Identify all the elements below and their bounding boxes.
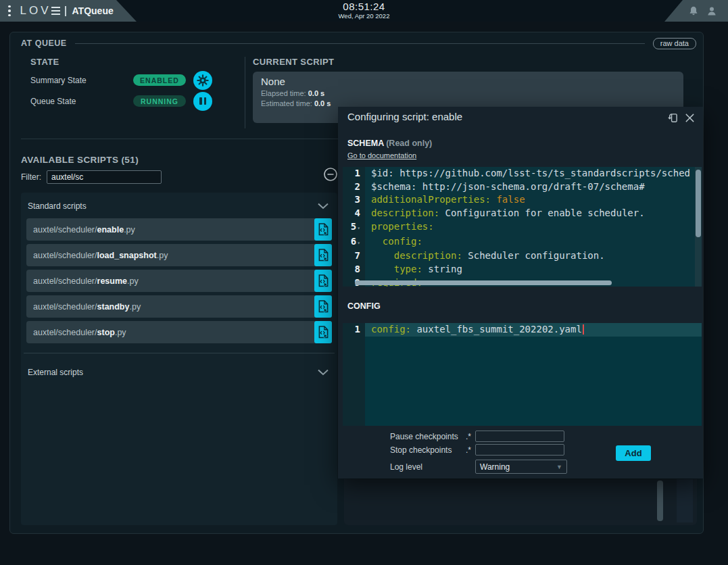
collapse-scripts-button[interactable] [323, 167, 338, 182]
header-divider [75, 43, 645, 44]
script-path: auxtel/scheduler/stop.py [33, 328, 126, 337]
detach-window-icon[interactable] [666, 112, 679, 124]
pause-checkpoints-input[interactable] [475, 431, 564, 442]
launch-script-icon [318, 249, 329, 262]
summary-state-badge: ENABLED [133, 74, 186, 86]
launch-script-icon [318, 300, 329, 313]
gear-icon [197, 74, 209, 87]
elapsed-time-value: 0.0 s [308, 89, 324, 97]
standard-scripts-list: auxtel/scheduler/enable.py auxtel/schedu… [26, 218, 332, 343]
schema-section-title: SCHEMA [347, 139, 384, 148]
script-list-item[interactable]: auxtel/scheduler/resume.py [26, 270, 332, 292]
launch-script-button[interactable] [314, 295, 332, 318]
documentation-link[interactable]: Go to documentation [347, 151, 416, 159]
script-list-item[interactable]: auxtel/scheduler/enable.py [26, 218, 332, 241]
queue-state-row: Queue State RUNNING [30, 91, 212, 111]
script-path: auxtel/scheduler/standby.py [33, 302, 141, 312]
code-line: 5▾properties: [343, 220, 702, 235]
code-line: 8 type: string [343, 263, 702, 276]
panel-header: AT QUEUE raw data [21, 36, 696, 50]
code-line: 7 description: Scheduler configuration. [343, 249, 702, 263]
elapsed-time-label: Elapsed time: [261, 89, 306, 97]
line-number-gutter [343, 323, 365, 426]
clock-date: Wed, Apr 20 2022 [0, 13, 728, 20]
external-scripts-group[interactable]: External scripts [21, 353, 337, 377]
config-editor[interactable]: 1config: auxtel_fbs_summit_202202.yaml [343, 323, 702, 426]
close-icon[interactable] [685, 113, 695, 123]
code-line: 6▾ config: [343, 235, 702, 250]
config-section-title: CONFIG [347, 301, 381, 311]
filter-label: Filter: [21, 172, 41, 182]
launch-script-icon [318, 274, 329, 287]
add-button[interactable]: Add [616, 445, 651, 461]
available-scripts-title: AVAILABLE SCRIPTS (51) [21, 155, 139, 165]
script-path: auxtel/scheduler/load_snapshot.py [33, 251, 168, 260]
launch-script-button[interactable] [314, 218, 332, 241]
pause-queue-button[interactable] [193, 92, 212, 111]
scrollbar-thumb[interactable] [657, 481, 663, 521]
current-script-name: None [261, 76, 675, 87]
summary-state-label: Summary State [30, 76, 133, 85]
topbar: LOV ATQueue 08:51:24 Wed, Apr 20 2022 [0, 0, 728, 22]
horizontal-scrollbar-thumb[interactable] [355, 280, 612, 285]
script-list-item[interactable]: auxtel/scheduler/stop.py [26, 321, 332, 343]
launch-script-button[interactable] [314, 244, 332, 266]
panel-title: AT QUEUE [21, 39, 67, 48]
state-config-button[interactable] [193, 71, 212, 90]
schema-editor[interactable]: 1$id: https://github.com/lsst-ts/ts_stan… [343, 167, 702, 287]
launch-script-icon [318, 326, 329, 339]
launch-script-button[interactable] [314, 270, 332, 292]
script-path: auxtel/scheduler/enable.py [33, 225, 135, 235]
chevron-down-icon [317, 369, 329, 376]
queue-panel-fragment [344, 479, 697, 525]
external-scripts-label: External scripts [28, 368, 83, 377]
code-line: 4description: Configuration for enable s… [343, 207, 702, 220]
chevron-down-icon [317, 203, 329, 210]
script-list-item[interactable]: auxtel/scheduler/load_snapshot.py [26, 244, 332, 266]
scrollbar-track [677, 479, 693, 522]
log-level-select[interactable]: Warning ▼ [475, 460, 567, 474]
code-line: 3additionalProperties: false [343, 193, 702, 207]
pause-checkpoints-hint: .* [466, 432, 475, 441]
atqueue-screen: LOV ATQueue 08:51:24 Wed, Apr 20 2022 AT… [0, 0, 728, 565]
standard-scripts-group[interactable]: Standard scripts [21, 193, 337, 211]
state-section-title: STATE [30, 57, 59, 67]
script-list-item[interactable]: auxtel/scheduler/standby.py [26, 295, 332, 318]
standard-scripts-label: Standard scripts [28, 201, 87, 211]
modal-form: Pause checkpoints .* Stop checkpoints .*… [338, 426, 703, 478]
stop-checkpoints-input[interactable] [475, 444, 564, 456]
launch-script-icon [318, 223, 329, 236]
section-divider [245, 57, 245, 128]
queue-state-label: Queue State [30, 97, 133, 106]
stop-checkpoints-hint: .* [466, 445, 475, 455]
notifications-bell-icon[interactable] [688, 5, 699, 17]
stop-checkpoints-label: Stop checkpoints [390, 445, 466, 455]
log-level-label: Log level [390, 462, 466, 472]
text-cursor [583, 324, 584, 335]
current-script-title: CURRENT SCRIPT [253, 57, 334, 67]
pause-checkpoints-label: Pause checkpoints [390, 432, 466, 441]
filter-input[interactable] [47, 170, 162, 184]
estimated-time-value: 0.0 s [314, 99, 331, 107]
code-line: 1$id: https://github.com/lsst-ts/ts_stan… [343, 167, 702, 180]
raw-data-button[interactable]: raw data [653, 38, 696, 49]
launch-script-button[interactable] [314, 321, 332, 343]
queue-state-badge: RUNNING [133, 95, 186, 107]
vertical-scrollbar-thumb[interactable] [696, 170, 701, 237]
clock-time: 08:51:24 [0, 1, 728, 13]
summary-state-row: Summary State ENABLED [30, 70, 212, 90]
clock: 08:51:24 Wed, Apr 20 2022 [0, 1, 728, 20]
code-line: 2$schema: http://json-schema.org/draft-0… [343, 180, 702, 194]
configure-script-modal: Configuring script: enable SCHEMA (Read … [338, 107, 703, 478]
pause-icon [199, 97, 206, 105]
scripts-box: Standard scripts auxtel/scheduler/enable… [21, 193, 337, 525]
estimated-time-label: Estimated time: [261, 99, 312, 107]
select-chevron-icon: ▼ [556, 464, 562, 470]
log-level-value: Warning [480, 462, 510, 472]
code-line: 1config: auxtel_fbs_summit_202202.yaml [343, 323, 702, 337]
filter-row: Filter: [21, 170, 162, 184]
modal-title: Configuring script: enable [347, 111, 462, 122]
user-icon[interactable] [706, 5, 717, 17]
script-path: auxtel/scheduler/resume.py [33, 276, 139, 286]
minus-circle-icon [323, 167, 338, 182]
